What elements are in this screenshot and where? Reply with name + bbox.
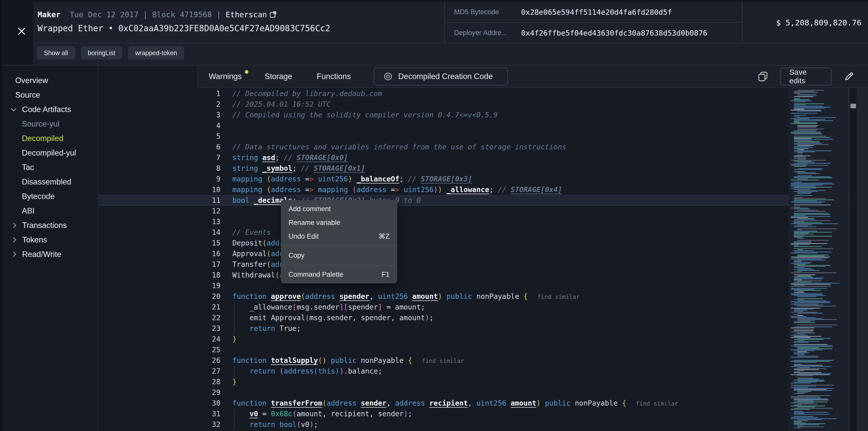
external-link-icon[interactable] [270,11,277,20]
code-token: // [408,175,421,183]
code-line[interactable]: 1// Decompiled by library.dedaub.com [98,88,868,99]
code-line[interactable]: 14// Events [98,227,868,238]
code-line[interactable]: 12 [98,206,868,217]
find-similar-link[interactable]: find similar [636,400,678,407]
code-line[interactable]: 22 emit Approval(msg.sender, spender, am… [98,313,868,323]
minimap-line [794,156,806,157]
minimap-line [797,348,832,349]
save-edits-button[interactable]: Save edits [780,67,831,85]
sidebar-item-overview[interactable]: Overview [0,73,97,88]
code-line[interactable]: 6// Data structures and variables inferr… [98,142,868,152]
line-content [220,217,232,227]
close-button[interactable] [15,24,28,38]
code-line[interactable]: 32 return bool(v0); [98,419,868,430]
minimap-line [797,193,811,194]
code-line[interactable]: 25 [98,345,868,355]
code-token: ) [348,175,352,183]
code-line[interactable]: 17Transfer(address, address, uint256); [98,259,868,270]
code-line[interactable]: 2// 2025.04.01 16:52 UTC [98,99,868,110]
scrollbar[interactable] [850,88,857,431]
find-similar-link[interactable]: find similar [537,293,580,300]
minimap-line [794,334,805,335]
code-lines: 1// Decompiled by library.dedaub.com2// … [98,88,868,430]
code-line[interactable]: 28} [98,377,868,387]
minimap[interactable] [789,88,849,431]
sidebar-item-code-artifacts[interactable]: Code Artifacts [0,102,97,117]
minimap-line [794,402,828,402]
line-number: 4 [98,120,220,131]
code-line[interactable]: 13 [98,217,868,227]
code-line[interactable]: 5 [98,131,868,142]
menu-item-add-comment[interactable]: Add comment [281,202,397,216]
sidebar-item-read-write[interactable]: Read/Write [0,247,97,261]
minimap-line [794,187,832,188]
minimap-line [797,392,808,393]
menu-item-rename-variable[interactable]: Rename variable [281,216,397,229]
tab-storage[interactable]: Storage [265,65,292,87]
code-line[interactable]: 31 v0 = 0x68c(amount, recipient, sender)… [98,409,868,419]
minimap-line [791,349,822,350]
line-content: function approve(address spender, uint25… [220,291,580,302]
code-line[interactable]: 19 [98,281,868,291]
code-line[interactable]: 20function approve(address spender, uint… [98,291,868,302]
code-line[interactable]: 10mapping (address => mapping (address =… [98,184,868,195]
code-line[interactable]: 24} [98,334,868,345]
minimap-line [794,108,825,109]
decompiled-creation-code-button[interactable]: Decompiled Creation Code [374,67,508,85]
code-line[interactable]: 27 return (address(this)).balance; [98,366,868,377]
code-token: // [498,185,511,194]
edit-mode-button[interactable] [842,69,856,84]
sidebar-item-tokens[interactable]: Tokens [0,232,97,247]
sidebar-item-source-yul[interactable]: Source-yul [0,117,97,131]
find-similar-link[interactable]: find similar [422,357,464,364]
code-line[interactable]: 9mapping (address => uint256) _balanceOf… [98,174,868,184]
tab-functions[interactable]: Functions [317,65,351,87]
md5-value[interactable]: 0x28e065e594ff5114e20d4fa6fd280d5f [521,8,672,17]
minimap-line [797,130,817,131]
minimap-line [794,209,810,209]
minimap-line [794,107,831,108]
deployer-value[interactable]: 0x4f26ffbe5f04ed43630fdc30a87638d53d0b08… [521,29,707,37]
code-line[interactable]: 29 [98,387,868,398]
code-line[interactable]: 3// Compiled using the solidity compiler… [98,110,868,120]
sidebar-item-tac[interactable]: Tac [0,160,97,175]
minimap-line [794,234,814,235]
tab-warnings[interactable]: Warnings [209,65,248,87]
code-line[interactable]: 23 return True; [98,323,868,334]
code-line[interactable]: 26function totalSupply() public nonPayab… [98,355,868,366]
menu-item-undo-edit[interactable]: Undo Edit⌘Z [281,229,397,243]
code-line[interactable]: 30function transferFrom(address sender, … [98,398,868,409]
minimap-line [797,370,804,371]
minimap-line [794,182,802,182]
code-line[interactable]: 16Approval(address, address, uint256); [98,249,868,259]
code-line[interactable]: 11bool _decimals; // STORAGE[0x2] bytes … [98,195,868,206]
code-token: address [305,292,335,300]
code-token: emit Approval [232,314,305,322]
sidebar-item-decompiled-yul[interactable]: Decompiled-yul [0,146,97,160]
sidebar-item-abi[interactable]: ABI [0,204,97,218]
line-number: 19 [98,281,220,291]
tag-chip-show-all[interactable]: Show all [37,46,75,59]
sidebar-item-bytecode[interactable]: Bytecode [0,189,97,204]
code-line[interactable]: 8string _symbol; // STORAGE[0x1] [98,163,868,174]
tag-chip-wrapped-token[interactable]: wrapped-token [128,46,184,59]
sidebar-item-decompiled[interactable]: Decompiled [0,131,97,146]
menu-item-command-palette[interactable]: Command PaletteF1 [281,267,397,281]
code-line[interactable]: 21 _allowance[msg.sender][spender] = amo… [98,302,868,313]
copy-code-button[interactable] [756,69,771,84]
scrollbar-thumb[interactable] [850,104,856,108]
sidebar-item-transactions[interactable]: Transactions [0,218,97,232]
code-editor[interactable]: 1// Decompiled by library.dedaub.com2// … [98,88,868,431]
etherscan-link[interactable]: Etherscan [226,10,267,19]
code-line[interactable]: 4 [98,120,868,131]
code-token: public [545,399,570,407]
sidebar-item-disassembled[interactable]: Disassembled [0,175,97,189]
code-line[interactable]: 7string asd; // STORAGE[0x0] [98,152,868,163]
sidebar-item-source[interactable]: Source [0,88,97,102]
code-line[interactable]: 18Withdrawal(address, uint256); [98,270,868,281]
top-header: Maker Tue Dec 12 2017 | Block 4719568 | … [0,0,868,65]
tag-chip-boringlist[interactable]: boringList [81,46,122,59]
menu-item-copy[interactable]: Copy [281,249,397,262]
minimap-line [794,136,826,137]
code-line[interactable]: 15Deposit(address, uint256); [98,238,868,249]
